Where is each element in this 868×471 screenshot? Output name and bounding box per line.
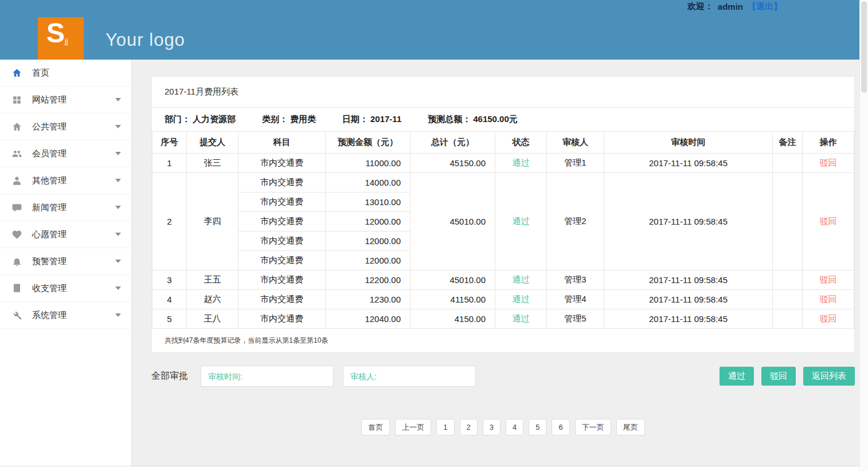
date-field: 日期：2017-11: [342, 114, 404, 125]
pagination-page-3[interactable]: 3: [483, 419, 501, 435]
sidebar-item-label: 系统管理: [32, 310, 67, 321]
approval-buttons: 通过 驳回 返回列表: [720, 367, 855, 386]
sidebar-item-label: 会员管理: [32, 148, 67, 159]
audit-time-cell: 2017-11-11 09:58:45: [604, 270, 773, 290]
scrollbar-thumb[interactable]: [861, 1, 867, 93]
status-pass-link[interactable]: 通过: [513, 158, 530, 167]
chevron-down-icon: [115, 233, 121, 236]
dept-field: 部门：人力资源部: [165, 114, 238, 125]
sidebar-item-other-mgmt[interactable]: 其他管理: [0, 167, 131, 194]
reject-link[interactable]: 驳回: [820, 294, 837, 304]
reject-link[interactable]: 驳回: [820, 313, 837, 323]
pagination-last[interactable]: 尾页: [616, 419, 645, 435]
status-pass-link[interactable]: 通过: [513, 274, 530, 284]
amount-cell: 12000.00: [326, 231, 410, 251]
pagination-page-6[interactable]: 6: [552, 419, 569, 435]
back-to-list-button[interactable]: 返回列表: [803, 367, 855, 386]
sidebar-item-member-mgmt[interactable]: 会员管理: [0, 140, 131, 167]
pass-all-button[interactable]: 通过: [720, 367, 754, 386]
total-cell: 45150.00: [410, 154, 495, 173]
table-row: 1张三市内交通费11000.0045150.00通过管理12017-11-11 …: [153, 154, 854, 173]
subject-cell: 市内交通费: [238, 173, 326, 193]
sidebar-item-wish-mgmt[interactable]: 心愿管理: [0, 221, 131, 248]
audit-time-cell: 2017-11-11 09:58:45: [604, 290, 773, 309]
chevron-down-icon: [115, 98, 121, 101]
remark-cell: [773, 154, 803, 173]
dept-label: 部门：: [165, 114, 190, 124]
sidebar-item-warning-mgmt[interactable]: 预警管理: [0, 248, 131, 275]
audit-time-cell: 2017-11-11 09:58:45: [604, 154, 773, 173]
reject-link[interactable]: 驳回: [820, 158, 837, 167]
date-value: 2017-11: [370, 114, 401, 124]
row-no: 5: [153, 309, 187, 329]
table-row: 2李四市内交通费14000.0045010.00通过管理22017-11-11 …: [153, 173, 854, 193]
audit-time-input[interactable]: [201, 366, 334, 387]
column-header: 操作: [803, 132, 854, 154]
chevron-down-icon: [115, 125, 121, 128]
amount-cell: 14000.00: [326, 173, 410, 193]
app-header: S jj Your logo 欢迎： admin 【退出】: [0, 0, 868, 60]
sidebar-item-finance-mgmt[interactable]: 收支管理: [0, 275, 131, 302]
row-no: 3: [153, 270, 187, 290]
logo-sub: jj: [65, 37, 68, 45]
reject-link[interactable]: 驳回: [820, 274, 837, 284]
sidebar-item-home[interactable]: 首页: [0, 60, 131, 87]
submitter-cell: 李四: [187, 173, 238, 270]
auditor-cell: 管理5: [547, 309, 604, 329]
row-no: 1: [153, 154, 187, 173]
welcome-bar: 欢迎： admin 【退出】: [687, 1, 782, 12]
sidebar-item-public-mgmt[interactable]: 公共管理: [0, 113, 131, 140]
row-no: 2: [153, 173, 187, 270]
pagination-page-2[interactable]: 2: [460, 419, 478, 435]
reject-all-button[interactable]: 驳回: [761, 367, 796, 386]
page-footer: [0, 466, 868, 471]
sidebar-item-news-mgmt[interactable]: 新闻管理: [0, 194, 131, 221]
action-cell: 驳回: [803, 154, 854, 173]
auditor-cell: 管理4: [547, 290, 604, 309]
column-header: 审核时间: [604, 132, 773, 154]
auditor-cell: 管理3: [547, 270, 604, 290]
status-pass-link[interactable]: 通过: [513, 313, 530, 323]
category-field: 类别：费用类: [262, 114, 318, 125]
logo-text: Your logo: [105, 30, 185, 50]
sidebar-item-system-mgmt[interactable]: 系统管理: [0, 302, 131, 329]
house-icon: [11, 121, 24, 132]
status-pass-link[interactable]: 通过: [513, 216, 530, 226]
total-cell: 41150.00: [410, 290, 495, 309]
pagination: 首页 上一页 1 2 3 4 5 6 下一页 尾页: [151, 419, 855, 435]
sidebar-item-label: 首页: [32, 68, 49, 78]
reject-link[interactable]: 驳回: [820, 216, 837, 226]
record-count-text: 共找到47条年度预算记录，当前显示从第1条至第10条: [152, 329, 854, 352]
subject-cell: 市内交通费: [238, 193, 326, 212]
column-header: 科目: [238, 132, 326, 154]
column-header: 提交人: [187, 132, 238, 154]
auditor-input[interactable]: [343, 366, 476, 387]
pagination-page-5[interactable]: 5: [529, 419, 546, 435]
status-cell: 通过: [495, 309, 547, 329]
column-header: 状态: [495, 132, 547, 154]
pagination-first[interactable]: 首页: [361, 419, 390, 435]
total-cell: 4150.00: [410, 309, 495, 329]
expense-table-body: 1张三市内交通费11000.0045150.00通过管理12017-11-11 …: [153, 154, 854, 329]
pagination-page-1[interactable]: 1: [436, 419, 454, 435]
sidebar-item-label: 预警管理: [32, 256, 67, 267]
chevron-down-icon: [115, 152, 121, 155]
logout-link[interactable]: 【退出】: [748, 1, 782, 12]
category-label: 类别：: [262, 114, 288, 124]
user-icon: [11, 175, 24, 186]
date-label: 日期：: [342, 114, 368, 124]
sidebar-item-website-mgmt[interactable]: 网站管理: [0, 87, 131, 113]
scrollbar-track[interactable]: [859, 0, 868, 471]
pagination-page-4[interactable]: 4: [506, 419, 523, 435]
pagination-prev[interactable]: 上一页: [395, 419, 431, 435]
action-cell: 驳回: [803, 173, 854, 270]
status-pass-link[interactable]: 通过: [513, 294, 530, 304]
audit-time-cell: 2017-11-11 09:58:45: [604, 173, 773, 270]
submitter-cell: 张三: [187, 154, 238, 173]
subject-cell: 市内交通费: [238, 309, 326, 329]
expense-panel: 2017-11月费用列表 部门：人力资源部 类别：费用类 日期：2017-11 …: [151, 76, 855, 353]
column-header: 审核人: [547, 132, 604, 154]
forecast-total-value: 46150.00元: [473, 114, 518, 124]
home-icon: [11, 67, 24, 78]
pagination-next[interactable]: 下一页: [575, 419, 611, 435]
